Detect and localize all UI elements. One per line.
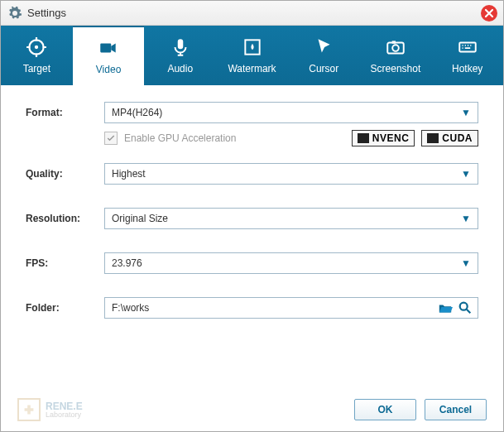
- nvidia-icon: [427, 133, 439, 143]
- fps-select[interactable]: 23.976 ▼: [104, 252, 478, 274]
- tab-label: Video: [96, 64, 121, 75]
- gpu-label: Enable GPU Acceleration: [124, 132, 236, 144]
- tab-video[interactable]: Video: [73, 26, 145, 85]
- ok-button[interactable]: OK: [354, 399, 416, 420]
- tab-label: Hotkey: [452, 63, 482, 74]
- folder-field[interactable]: F:\works: [104, 297, 478, 319]
- close-button[interactable]: [480, 4, 498, 22]
- tab-label: Target: [23, 63, 50, 74]
- tab-label: Audio: [167, 63, 193, 74]
- cursor-icon: [313, 36, 334, 58]
- browse-icon[interactable]: [458, 300, 473, 315]
- svg-rect-4: [178, 39, 184, 49]
- tab-label: Screenshot: [371, 63, 421, 74]
- titlebar: Settings: [1, 1, 503, 26]
- quality-value: Highest: [112, 168, 146, 180]
- svg-rect-3: [100, 44, 111, 53]
- logo-cross-icon: [17, 398, 41, 421]
- cuda-badge: CUDA: [421, 130, 478, 146]
- svg-rect-9: [459, 43, 476, 52]
- folder-value: F:\works: [112, 302, 149, 314]
- chevron-down-icon: ▼: [461, 168, 471, 180]
- tab-audio[interactable]: Audio: [144, 26, 216, 85]
- folder-label: Folder:: [26, 302, 104, 314]
- tab-hotkey[interactable]: Hotkey: [431, 26, 503, 85]
- chevron-down-icon: ▼: [461, 213, 471, 224]
- nvidia-icon: [358, 133, 369, 143]
- tab-cursor[interactable]: Cursor: [288, 26, 360, 85]
- camera-icon: [385, 36, 406, 58]
- svg-point-10: [460, 303, 468, 310]
- quality-select[interactable]: Highest ▼: [104, 163, 478, 185]
- tab-target[interactable]: Target: [1, 26, 73, 85]
- gpu-checkbox[interactable]: [104, 132, 118, 145]
- fps-value: 23.976: [112, 257, 142, 269]
- brand-logo: RENE.E Laboratory: [17, 398, 83, 421]
- chevron-down-icon: ▼: [461, 257, 471, 269]
- tab-label: Cursor: [309, 63, 338, 74]
- footer: RENE.E Laboratory OK Cancel: [1, 398, 503, 421]
- keyboard-icon: [457, 36, 478, 58]
- window-title: Settings: [27, 7, 66, 19]
- resolution-value: Original Size: [112, 213, 168, 224]
- resolution-label: Resolution:: [26, 213, 104, 224]
- watermark-icon: [242, 36, 263, 58]
- cancel-button[interactable]: Cancel: [425, 399, 487, 420]
- microphone-icon: [170, 36, 191, 58]
- nvenc-badge: NVENC: [352, 130, 415, 146]
- settings-panel: Format: MP4(H264) ▼ Enable GPU Accelerat…: [1, 85, 503, 319]
- tabbar: Target Video Audio Watermark Cursor Scre…: [1, 26, 503, 85]
- fps-label: FPS:: [26, 257, 104, 269]
- format-value: MP4(H264): [112, 107, 162, 118]
- chevron-down-icon: ▼: [461, 107, 471, 118]
- open-folder-icon[interactable]: [438, 300, 453, 315]
- video-camera-icon: [98, 37, 119, 59]
- format-select[interactable]: MP4(H264) ▼: [104, 102, 478, 123]
- crosshair-icon: [26, 36, 47, 58]
- tab-label: Watermark: [228, 63, 276, 74]
- svg-point-7: [392, 45, 399, 51]
- format-label: Format:: [26, 107, 104, 118]
- settings-gear-icon: [7, 6, 22, 21]
- tab-screenshot[interactable]: Screenshot: [360, 26, 432, 85]
- resolution-select[interactable]: Original Size ▼: [104, 208, 478, 229]
- svg-rect-8: [392, 41, 396, 43]
- svg-point-2: [35, 46, 38, 49]
- quality-label: Quality:: [26, 168, 104, 180]
- tab-watermark[interactable]: Watermark: [216, 26, 288, 85]
